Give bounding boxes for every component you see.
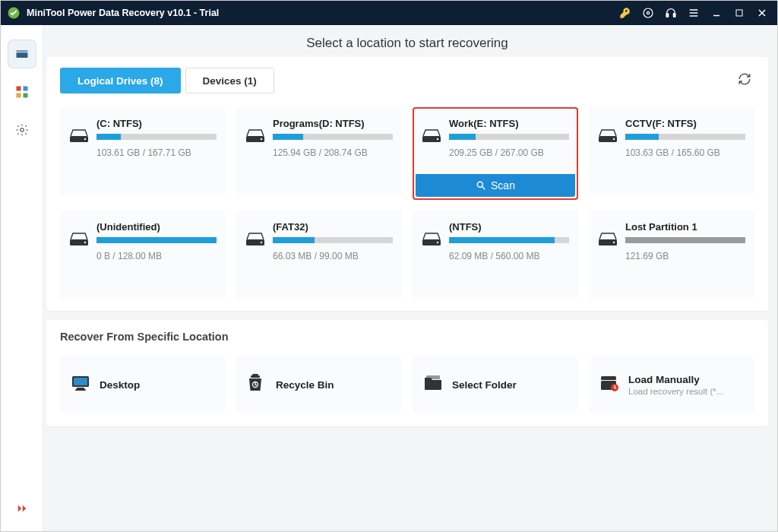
drive-name: (FAT32) bbox=[273, 221, 393, 233]
svg-rect-9 bbox=[736, 10, 742, 16]
refresh-button[interactable] bbox=[735, 69, 754, 92]
recover-panel: Recover From Specific Location DesktopRe… bbox=[46, 320, 768, 426]
drive-icon bbox=[598, 232, 621, 288]
svg-point-20 bbox=[84, 138, 86, 140]
tabs-row: Logical Drives (8) Devices (1) bbox=[60, 68, 754, 93]
minimize-button[interactable] bbox=[707, 4, 726, 22]
drive-card[interactable]: (Unidentified)0 B / 128.00 MBScan bbox=[60, 211, 226, 299]
location-label: Recycle Bin bbox=[276, 379, 334, 391]
drive-usage-bar bbox=[96, 134, 217, 140]
location-label: Select Folder bbox=[452, 379, 517, 391]
sidebar-item-settings[interactable] bbox=[8, 116, 36, 144]
drive-size: 62.09 MB / 560.00 MB bbox=[449, 251, 569, 261]
svg-rect-15 bbox=[23, 87, 27, 91]
app-title: MiniTool Power Data Recovery v10.1 - Tri… bbox=[27, 8, 612, 18]
location-icon bbox=[71, 375, 90, 394]
drive-card[interactable]: CCTV(F: NTFS)103.63 GB / 165.60 GBScan bbox=[589, 107, 754, 195]
drive-icon bbox=[69, 128, 92, 185]
drives-panel: Logical Drives (8) Devices (1) (C: NTFS)… bbox=[46, 57, 768, 311]
location-label: Desktop bbox=[100, 379, 140, 391]
drive-name: Lost Partition 1 bbox=[625, 221, 745, 233]
drive-name: (Unidentified) bbox=[96, 221, 217, 233]
location-icon bbox=[247, 374, 267, 395]
svg-rect-60 bbox=[601, 376, 616, 380]
location-card[interactable]: Desktop bbox=[60, 356, 226, 413]
tab-devices[interactable]: Devices (1) bbox=[185, 68, 274, 93]
tab-logical-drives[interactable]: Logical Drives (8) bbox=[60, 68, 181, 93]
drive-icon bbox=[598, 128, 621, 185]
svg-line-30 bbox=[482, 187, 485, 190]
drive-icon bbox=[245, 128, 268, 185]
svg-rect-53 bbox=[77, 388, 84, 389]
drive-size: 103.63 GB / 165.60 GB bbox=[625, 147, 745, 158]
svg-point-24 bbox=[261, 138, 262, 140]
sidebar-expand-button[interactable] bbox=[8, 495, 36, 522]
drive-usage-bar bbox=[273, 237, 393, 243]
drive-usage-bar bbox=[625, 134, 745, 140]
drive-icon bbox=[422, 232, 444, 288]
svg-point-36 bbox=[84, 242, 86, 243]
svg-point-29 bbox=[477, 182, 482, 187]
svg-rect-14 bbox=[16, 87, 21, 91]
svg-rect-58 bbox=[426, 375, 440, 379]
svg-rect-56 bbox=[252, 374, 258, 375]
sidebar-item-recovery[interactable] bbox=[8, 40, 36, 68]
drive-card[interactable]: Programs(D: NTFS)125.94 GB / 208.74 GBSc… bbox=[236, 107, 402, 195]
page-title: Select a location to start recovering bbox=[46, 25, 768, 57]
drive-card[interactable]: (FAT32)66.03 MB / 99.00 MBScan bbox=[236, 211, 402, 299]
drive-name: (C: NTFS) bbox=[96, 118, 217, 129]
drive-usage-bar bbox=[625, 237, 745, 243]
close-button[interactable] bbox=[753, 4, 771, 22]
drive-usage-bar bbox=[449, 134, 569, 140]
scan-button[interactable]: Scan bbox=[416, 174, 575, 197]
drive-size: 125.94 GB / 208.74 GB bbox=[273, 147, 393, 158]
disc-icon[interactable] bbox=[639, 4, 657, 22]
location-icon bbox=[599, 375, 619, 394]
svg-point-40 bbox=[261, 242, 262, 243]
svg-point-18 bbox=[20, 128, 24, 132]
drive-usage-bar bbox=[449, 237, 569, 243]
svg-rect-52 bbox=[74, 378, 87, 385]
svg-point-44 bbox=[437, 242, 438, 243]
location-card[interactable]: Recycle Bin bbox=[236, 356, 402, 413]
svg-point-28 bbox=[437, 138, 438, 140]
svg-point-32 bbox=[613, 138, 615, 140]
svg-point-2 bbox=[647, 11, 649, 14]
drive-size: 209.25 GB / 267.00 GB bbox=[449, 147, 569, 158]
location-label: Load Manually bbox=[628, 374, 723, 385]
headset-icon[interactable] bbox=[662, 4, 680, 22]
maximize-button[interactable] bbox=[730, 4, 748, 22]
svg-rect-13 bbox=[16, 50, 27, 52]
app-logo-icon bbox=[7, 6, 21, 20]
drive-size: 66.03 MB / 99.00 MB bbox=[273, 251, 393, 261]
location-icon bbox=[423, 375, 443, 394]
drive-card[interactable]: Work(E: NTFS)209.25 GB / 267.00 GBScan bbox=[413, 107, 578, 200]
location-card[interactable]: Load ManuallyLoad recovery result (*... bbox=[589, 356, 754, 413]
svg-rect-4 bbox=[673, 14, 675, 17]
svg-point-48 bbox=[613, 242, 615, 243]
location-card[interactable]: Select Folder bbox=[413, 356, 578, 413]
drive-size: 0 B / 128.00 MB bbox=[96, 251, 217, 261]
drive-grid: (C: NTFS)103.61 GB / 167.71 GBScanProgra… bbox=[60, 107, 754, 299]
drive-card[interactable]: (C: NTFS)103.61 GB / 167.71 GBScan bbox=[60, 107, 226, 195]
drive-name: CCTV(F: NTFS) bbox=[625, 118, 745, 129]
location-sublabel: Load recovery result (*... bbox=[628, 387, 723, 396]
key-icon[interactable] bbox=[616, 4, 634, 22]
drive-card[interactable]: (NTFS)62.09 MB / 560.00 MBScan bbox=[413, 211, 578, 299]
drive-card[interactable]: Lost Partition 1121.69 GBScan bbox=[589, 211, 754, 299]
titlebar: MiniTool Power Data Recovery v10.1 - Tri… bbox=[1, 1, 777, 25]
drive-size: 103.61 GB / 167.71 GB bbox=[96, 147, 217, 158]
drive-icon bbox=[245, 232, 268, 288]
drive-size: 121.69 GB bbox=[625, 251, 745, 261]
drive-name: Programs(D: NTFS) bbox=[273, 118, 393, 129]
svg-rect-55 bbox=[251, 375, 260, 378]
sidebar-item-apps[interactable] bbox=[8, 78, 36, 106]
recover-section-title: Recover From Specific Location bbox=[60, 331, 754, 343]
svg-rect-12 bbox=[16, 52, 27, 58]
svg-rect-54 bbox=[75, 389, 86, 391]
location-grid: DesktopRecycle BinSelect FolderLoad Manu… bbox=[60, 356, 754, 413]
svg-rect-17 bbox=[23, 93, 27, 98]
content-area: Select a location to start recovering Lo… bbox=[43, 25, 777, 532]
menu-icon[interactable] bbox=[685, 4, 703, 22]
drive-usage-bar bbox=[273, 134, 393, 140]
